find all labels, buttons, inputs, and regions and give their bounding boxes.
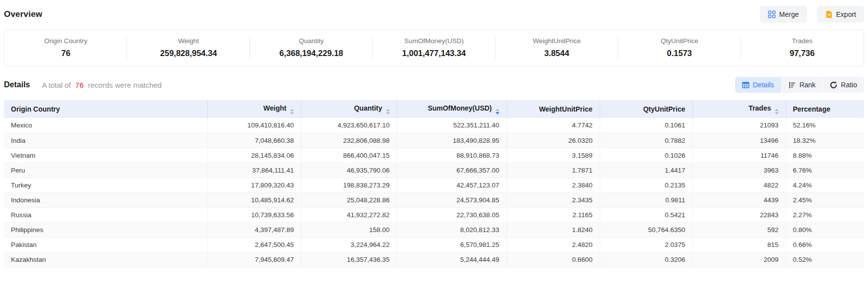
table-row: Russia10,739,633.5641,932,272.8222,730,6…: [4, 207, 864, 222]
column-header-origin-country: Origin Country: [4, 100, 207, 118]
stat-label: Quantity: [250, 36, 372, 46]
column-header-sumofmoney-usd[interactable]: SumOfMoney(USD): [397, 100, 506, 118]
table-cell: 592: [692, 222, 786, 237]
table-cell: 198,838,273.29: [301, 178, 397, 192]
records-summary: A total of76records were matched: [42, 81, 161, 89]
stat-qty-unit-price: QtyUnitPrice 0.1573: [618, 36, 741, 60]
view-switcher: Details Rank Ratio: [735, 77, 864, 93]
tab-details[interactable]: Details: [735, 77, 781, 93]
sort-carets-icon: [290, 109, 294, 115]
column-header-trades[interactable]: Trades: [692, 100, 786, 118]
column-header-weight[interactable]: Weight: [207, 100, 301, 118]
table-cell: 1.7871: [506, 163, 600, 178]
stat-value: 0.1573: [618, 47, 741, 59]
stat-value: 6,368,194,229.18: [250, 47, 372, 59]
stat-label: WeightUnitPrice: [496, 36, 618, 46]
table-cell: 22,730,638.05: [397, 207, 506, 222]
stat-origin-country: Origin Country 76: [4, 36, 127, 60]
table-cell: 4,397,487.89: [207, 222, 301, 237]
column-label: WeightUnitPrice: [539, 105, 593, 113]
stat-label: QtyUnitPrice: [618, 36, 741, 46]
circular-arrow-icon: [830, 81, 837, 89]
column-header-quantity[interactable]: Quantity: [301, 100, 397, 118]
table-cell: 0.9811: [600, 192, 692, 207]
table-cell: 6,570,981.25: [397, 237, 506, 252]
stat-weight-unit-price: WeightUnitPrice 3.8544: [496, 36, 618, 60]
stat-weight: Weight 259,828,954.34: [127, 36, 249, 60]
export-button-label: Export: [836, 10, 856, 18]
table-cell: 42,457,123.07: [397, 178, 506, 192]
table-cell: 3963: [692, 163, 786, 178]
stat-label: Weight: [127, 36, 249, 46]
table-cell: 2.3435: [506, 192, 600, 207]
table-cell: 22843: [692, 207, 786, 222]
table-row: Indonesia10,485,914.6225,048,228.8624,57…: [4, 192, 864, 207]
table-cell: 4439: [692, 192, 786, 207]
stat-label: Origin Country: [4, 36, 127, 46]
table-cell: 46,935,790.06: [301, 163, 397, 178]
table-body: Mexico109,410,816.404,923,650,617.10522,…: [4, 118, 864, 267]
table-cell: 25,048,228.86: [301, 192, 397, 207]
table-row: Peru37,864,111.4146,935,790.0667,666,357…: [4, 163, 864, 178]
table-cell: 2.4820: [506, 237, 600, 252]
merge-icon: [768, 10, 776, 18]
cell-origin-country: India: [4, 133, 207, 148]
overview-stats-card: Origin Country 76 Weight 259,828,954.34 …: [4, 30, 864, 66]
cell-origin-country: Vietnam: [4, 148, 207, 163]
table-cell: 815: [692, 237, 786, 252]
stat-value: 97,736: [741, 47, 864, 59]
table-cell: 67,666,357.00: [397, 163, 506, 178]
stat-sum-of-money: SumOfMoney(USD) 1,001,477,143.34: [372, 36, 495, 60]
table-cell: 0.1026: [600, 148, 692, 163]
records-table: Origin CountryWeightQuantitySumOfMoney(U…: [4, 100, 864, 267]
stat-label: Trades: [741, 36, 864, 46]
sort-carets-icon: [775, 109, 779, 115]
table-cell: 3,224,964.22: [301, 237, 397, 252]
column-header-percentage: Percentage: [786, 100, 864, 118]
table-cell: 183,490,828.95: [397, 133, 506, 148]
table-cell: 10,739,633.56: [207, 207, 301, 222]
summary-prefix: A total of: [42, 81, 70, 89]
cell-origin-country: Pakistan: [4, 237, 207, 252]
table-cell: 0.52%: [786, 252, 864, 267]
table-row: Vietnam28,145,834.06866,400,047.1588,910…: [4, 148, 864, 163]
table-cell: 17,809,320.43: [207, 178, 301, 192]
sort-carets-icon: [496, 109, 499, 115]
table-cell: 2.3840: [506, 178, 600, 192]
table-cell: 4822: [692, 178, 786, 192]
table-cell: 1.4417: [600, 163, 692, 178]
tab-ratio[interactable]: Ratio: [822, 77, 864, 93]
column-label: Percentage: [793, 105, 830, 113]
merge-button[interactable]: Merge: [760, 6, 807, 23]
table-cell: 6.76%: [786, 163, 864, 178]
cell-origin-country: Mexico: [4, 118, 207, 133]
table-cell: 37,864,111.41: [207, 163, 301, 178]
column-label: SumOfMoney(USD): [428, 104, 492, 112]
table-cell: 0.66%: [786, 237, 864, 252]
bar-chart-icon: [789, 81, 796, 89]
column-label: QtyUnitPrice: [643, 105, 685, 113]
column-label: Weight: [263, 104, 286, 112]
top-bar: Overview Merge: [4, 0, 864, 23]
export-button[interactable]: Export: [817, 6, 864, 23]
table-cell: 88,910,868.73: [397, 148, 506, 163]
table-cell: 4.24%: [786, 178, 864, 192]
table-cell: 8.88%: [786, 148, 864, 163]
table-cell: 8,020,812.33: [397, 222, 506, 237]
table-cell: 2.45%: [786, 192, 864, 207]
records-count: 76: [75, 81, 84, 89]
table-cell: 7,048,660.38: [207, 133, 301, 148]
tab-rank[interactable]: Rank: [781, 77, 823, 93]
table-cell: 41,932,272.82: [301, 207, 397, 222]
cell-origin-country: Philippines: [4, 222, 207, 237]
column-header-weightunitprice: WeightUnitPrice: [506, 100, 600, 118]
table-cell: 0.7882: [600, 133, 692, 148]
summary-suffix: records were matched: [88, 81, 162, 89]
table-cell: 26.0320: [506, 133, 600, 148]
table-cell: 3.1589: [506, 148, 600, 163]
table-cell: 52.16%: [786, 118, 864, 133]
merge-button-label: Merge: [779, 10, 799, 18]
table-cell: 0.80%: [786, 222, 864, 237]
column-label: Origin Country: [11, 105, 60, 113]
tab-ratio-label: Ratio: [841, 81, 857, 89]
